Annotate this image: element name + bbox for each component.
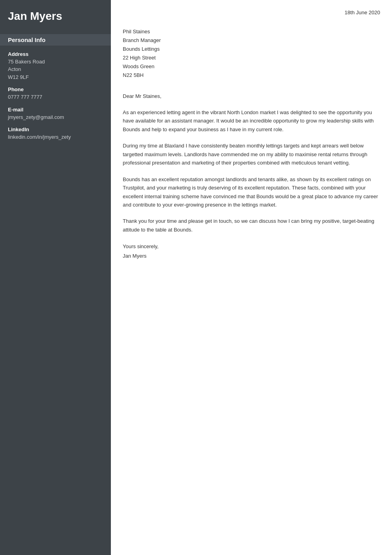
recipient-company: Bounds Lettings: [123, 45, 380, 54]
email-value: jmyers_zety@gmail.com: [8, 113, 103, 121]
closing-line-2: Jan Myers: [123, 251, 380, 260]
personal-info-heading: Personal Info: [0, 34, 111, 46]
phone-label: Phone: [8, 86, 103, 92]
address-label: Address: [8, 51, 103, 57]
address-line-1: 75 Bakers Road Acton W12 9LF: [8, 58, 103, 81]
phone-value: 0777 777 7777: [8, 93, 103, 101]
letter-paragraph-3: Bounds has an excellent reputation among…: [123, 175, 380, 209]
closing-line-1: Yours sincerely,: [123, 242, 380, 251]
recipient-block: Phil Staines Branch Manager Bounds Letti…: [123, 27, 380, 80]
email-label: E-mail: [8, 107, 103, 113]
recipient-area: Woods Green: [123, 62, 380, 71]
letter-paragraph-4: Thank you for your time and please get i…: [123, 217, 380, 234]
recipient-title: Branch Manager: [123, 36, 380, 45]
letter-closing: Yours sincerely, Jan Myers: [123, 242, 380, 260]
linkedin-label: LinkedIn: [8, 126, 103, 132]
letter-paragraph-1: As an experienced letting agent in the v…: [123, 108, 380, 134]
recipient-name: Phil Staines: [123, 27, 380, 36]
candidate-name: Jan Myers: [8, 10, 103, 23]
main-content: 18th June 2020 Phil Staines Branch Manag…: [111, 0, 392, 555]
recipient-street: 22 High Street: [123, 54, 380, 62]
letter-date: 18th June 2020: [123, 10, 380, 15]
letter-salutation: Dear Mr Staines,: [123, 92, 380, 100]
letter-body: Dear Mr Staines, As an experienced letti…: [123, 92, 380, 260]
sidebar: Jan Myers Personal Info Address 75 Baker…: [0, 0, 111, 555]
recipient-postcode: N22 5BH: [123, 71, 380, 80]
letter-paragraph-2: During my time at Blaxland I have consis…: [123, 142, 380, 167]
linkedin-value: linkedin.com/in/jmyers_zety: [8, 133, 103, 141]
